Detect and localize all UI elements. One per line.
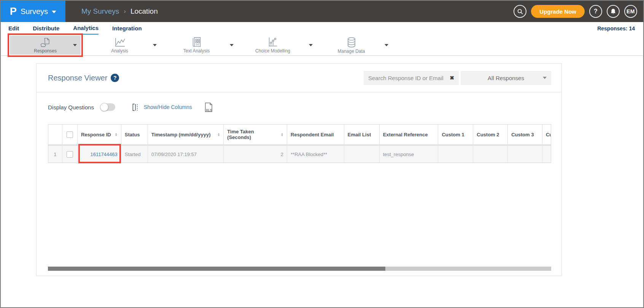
col-select-all <box>62 125 78 144</box>
top-header: P Surveys My Surveys › Location Upgrade … <box>1 1 643 22</box>
response-filter-dropdown[interactable]: All Responses <box>461 71 551 85</box>
toolbar-text-analysis[interactable]: Text Analysis <box>178 35 234 55</box>
display-questions-toggle[interactable] <box>100 103 115 111</box>
tab-analytics[interactable]: Analytics <box>73 22 99 35</box>
tab-edit[interactable]: Edit <box>8 23 19 34</box>
responses-tool: Responses <box>34 37 57 54</box>
chevron-down-icon <box>543 77 547 79</box>
title-help-icon[interactable]: ? <box>111 74 119 82</box>
user-avatar[interactable]: EM <box>624 5 637 18</box>
row-checkbox[interactable] <box>67 151 73 158</box>
external-reference-cell: test_response <box>380 146 439 163</box>
col-external-reference: External Reference <box>380 125 439 144</box>
col-custom-4-truncated: Cu <box>542 125 551 144</box>
analytics-toolbar: Responses Analysis <box>1 35 643 56</box>
breadcrumb-my-surveys[interactable]: My Surveys <box>81 7 119 16</box>
questionpro-logo: P <box>10 6 17 17</box>
toolbar-analysis[interactable]: Analysis <box>102 35 157 55</box>
product-name: Surveys <box>21 7 48 16</box>
toolbar-choice-modelling[interactable]: Choice Modelling <box>252 35 313 55</box>
svg-text:XLS: XLS <box>206 108 212 112</box>
clear-search-icon[interactable]: ✖ <box>450 75 454 81</box>
help-button[interactable]: ? <box>589 5 602 18</box>
custom-2-cell <box>473 146 508 163</box>
toolbar-manage-data-label: Manage Data <box>337 49 365 54</box>
toolbar-responses-label: Responses <box>34 48 57 54</box>
custom-1-cell <box>438 146 473 163</box>
response-search-box: ✖ <box>364 71 459 85</box>
display-questions-label: Display Questions <box>48 104 94 111</box>
tab-distribute[interactable]: Distribute <box>33 23 59 34</box>
col-time-taken[interactable]: Time Taken (Seconds) ▲▼ <box>224 125 287 144</box>
scrollbar-thumb[interactable] <box>48 267 385 271</box>
table-row: 1 1611744463 Started 07/09/2020 17:19:57… <box>48 146 551 163</box>
toolbar-responses[interactable]: Responses <box>10 36 81 55</box>
col-response-id[interactable]: Response ID ▲▼ <box>78 125 121 144</box>
table-header-row: Response ID ▲▼ Status Timestamp (mm/dd/y… <box>48 125 551 144</box>
toolbar-text-analysis-label: Text Analysis <box>183 48 210 54</box>
card-header: Response Viewer ? ✖ All Responses <box>37 64 561 92</box>
col-custom-2: Custom 2 <box>473 125 508 144</box>
responses-table: Response ID ▲▼ Status Timestamp (mm/dd/y… <box>48 124 551 163</box>
sort-icon[interactable]: ▲▼ <box>115 133 118 136</box>
response-id-link[interactable]: 1611744463 <box>90 152 117 157</box>
row-number: 1 <box>48 146 62 163</box>
page-title: Response Viewer <box>48 74 107 82</box>
page-title-wrap: Response Viewer ? <box>48 74 119 82</box>
chevron-down-icon[interactable] <box>153 44 157 46</box>
chevron-down-icon[interactable] <box>73 44 77 46</box>
chevron-down-icon[interactable] <box>230 44 234 46</box>
line-chart-icon <box>114 37 126 47</box>
horizontal-scrollbar[interactable] <box>48 267 551 271</box>
app-window: P Surveys My Surveys › Location Upgrade … <box>0 0 644 308</box>
custom-3-cell <box>508 146 542 163</box>
database-icon <box>347 37 356 48</box>
col-row-number <box>48 125 62 144</box>
time-taken-cell: 2 <box>224 146 287 163</box>
timestamp-cell: 07/09/2020 17:19:57 <box>148 146 224 163</box>
document-grid-icon <box>192 37 202 47</box>
col-custom-3: Custom 3 <box>508 125 542 144</box>
upgrade-now-button[interactable]: Upgrade Now <box>531 5 585 18</box>
filter-selected-value: All Responses <box>488 75 524 81</box>
header-actions: Upgrade Now ? EM <box>514 5 643 18</box>
chevron-down-icon[interactable] <box>309 44 313 46</box>
col-email-list: Email List <box>344 125 380 144</box>
tab-integration[interactable]: Integration <box>112 23 142 34</box>
search-input[interactable] <box>368 75 447 81</box>
response-viewer-card: Response Viewer ? ✖ All Responses Displa… <box>36 63 562 276</box>
show-hide-columns-link[interactable]: Show/Hide Columns <box>144 104 192 110</box>
toolbar-choice-modelling-label: Choice Modelling <box>255 48 290 54</box>
sort-icon[interactable]: ▲▼ <box>217 133 220 136</box>
response-id-cell: 1611744463 <box>78 146 121 163</box>
search-button[interactable] <box>514 5 526 18</box>
email-list-cell <box>344 146 380 163</box>
sort-icon[interactable]: ▲▼ <box>281 133 283 136</box>
row-select-cell <box>62 146 78 163</box>
custom-4-cell <box>542 146 551 163</box>
scatter-chart-icon <box>267 37 278 47</box>
notifications-button[interactable] <box>607 5 620 18</box>
table-controls: Display Questions Show/Hide Columns XLS <box>37 92 561 122</box>
survey-nav-tabs: Edit Distribute Analytics Integration Re… <box>1 22 643 35</box>
col-status: Status <box>121 125 148 144</box>
status-cell: Started <box>121 146 148 163</box>
breadcrumb-separator: › <box>124 8 126 15</box>
respondent-email-cell: **RAA Blocked** <box>287 146 344 163</box>
toggle-knob <box>100 103 108 111</box>
product-switcher[interactable]: P Surveys <box>1 1 65 22</box>
search-icon <box>517 8 523 15</box>
col-timestamp[interactable]: Timestamp (mm/dd/yyyy) ▲▼ <box>148 125 224 144</box>
xls-export-button[interactable]: XLS <box>204 102 213 112</box>
breadcrumb-current-survey: Location <box>130 7 158 16</box>
breadcrumb: My Surveys › Location <box>81 7 158 16</box>
hand-response-icon <box>40 37 51 47</box>
chevron-down-icon[interactable] <box>385 44 388 46</box>
toolbar-manage-data[interactable]: Manage Data <box>333 35 388 55</box>
col-custom-1: Custom 1 <box>438 125 473 144</box>
select-all-checkbox[interactable] <box>67 131 73 138</box>
responses-count: Responses: 14 <box>597 25 635 32</box>
chevron-down-icon <box>52 11 56 13</box>
columns-icon[interactable] <box>132 103 140 111</box>
col-respondent-email: Respondent Email <box>287 125 344 144</box>
